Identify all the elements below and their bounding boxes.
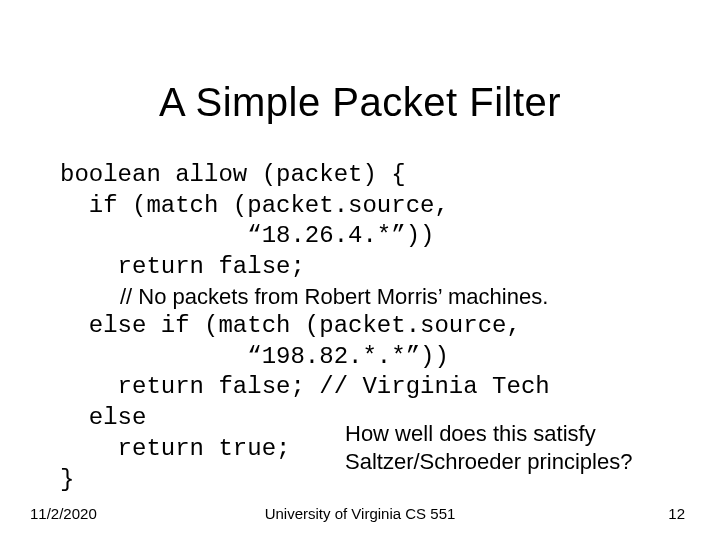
code-line-9: return true;: [60, 435, 290, 462]
code-line-1: boolean allow (packet) {: [60, 161, 406, 188]
footer-page-number: 12: [668, 505, 685, 522]
code-line-3: “18.26.4.*”)): [60, 222, 434, 249]
slide: A Simple Packet Filter boolean allow (pa…: [0, 0, 720, 540]
code-line-8: else: [60, 404, 146, 431]
slide-title: A Simple Packet Filter: [0, 80, 720, 125]
code-line-5: else if (match (packet.source,: [60, 312, 521, 339]
code-line-4: return false;: [60, 253, 305, 280]
code-line-7: return false; // Virginia Tech: [60, 373, 550, 400]
code-line-10: }: [60, 466, 74, 493]
code-line-2: if (match (packet.source,: [60, 192, 449, 219]
footer-center: University of Virginia CS 551: [0, 505, 720, 522]
code-line-6: “198.82.*.*”)): [60, 343, 449, 370]
code-comment-1: // No packets from Robert Morris’ machin…: [120, 283, 670, 311]
question-text: How well does this satisfy Saltzer/Schro…: [345, 420, 675, 475]
